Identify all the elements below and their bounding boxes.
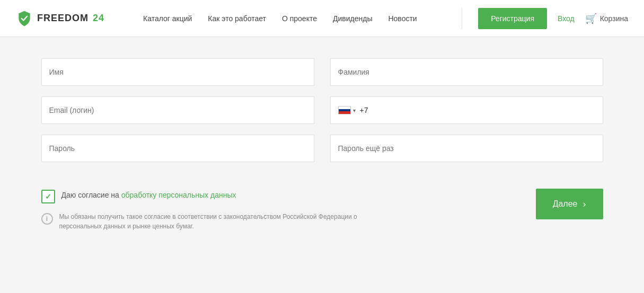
nav-item-catalog[interactable]: Каталог акций: [143, 14, 192, 23]
country-selector[interactable]: ▾: [338, 106, 356, 114]
header: FREEDOM 24 Каталог акций Как это работае…: [0, 0, 644, 37]
logo-text-24: 24: [93, 13, 104, 24]
arrow-right-icon: ›: [583, 199, 586, 210]
nav-item-dividends[interactable]: Дивиденды: [333, 14, 372, 23]
email-phone-row: ▾ +7: [41, 96, 603, 124]
consent-area: ✓ Даю согласие на обработку персональных…: [41, 173, 536, 231]
name-row: [41, 58, 603, 86]
header-actions: Регистрация Вход 🛒 Корзина: [462, 8, 628, 29]
flag-russia-icon: [338, 106, 351, 114]
cart-area[interactable]: 🛒 Корзина: [585, 13, 628, 24]
cart-icon: 🛒: [585, 13, 597, 24]
consent-link[interactable]: обработку персональных данных: [121, 191, 236, 199]
cart-label: Корзина: [600, 14, 628, 23]
info-text: Мы обязаны получить такое согласие в соо…: [59, 212, 377, 231]
bottom-row: ✓ Даю согласие на обработку персональных…: [41, 173, 603, 231]
password-row: [41, 135, 603, 162]
nav-item-how[interactable]: Как это работает: [208, 14, 266, 23]
consent-text-before: Даю согласие на: [61, 191, 121, 199]
next-button-label: Далее: [553, 199, 578, 209]
password-confirm-input[interactable]: [330, 135, 603, 162]
register-button[interactable]: Регистрация: [478, 8, 547, 29]
info-icon[interactable]: i: [41, 213, 53, 225]
email-input[interactable]: [41, 96, 314, 124]
registration-form: ▾ +7 ✓ Даю согласие на обработку персона…: [31, 58, 614, 231]
nav-item-news[interactable]: Новости: [388, 14, 417, 23]
next-button[interactable]: Далее ›: [536, 189, 603, 219]
consent-checkbox[interactable]: ✓: [41, 190, 55, 203]
phone-prefix: +7: [360, 106, 368, 114]
checkmark-icon: ✓: [45, 192, 51, 201]
chevron-down-icon: ▾: [353, 108, 356, 113]
info-section: i Мы обязаны получить такое согласие в с…: [41, 212, 536, 231]
logo-shield-icon: [16, 10, 33, 27]
logo-text-freedom: FREEDOM: [37, 13, 89, 24]
phone-input[interactable]: [372, 106, 595, 114]
consent-text: Даю согласие на обработку персональных д…: [61, 191, 236, 199]
last-name-input[interactable]: [330, 58, 603, 86]
first-name-input[interactable]: [41, 58, 314, 86]
main-nav: Каталог акций Как это работает О проекте…: [133, 14, 462, 23]
phone-wrapper: ▾ +7: [330, 96, 603, 124]
login-button[interactable]: Вход: [558, 14, 575, 23]
logo[interactable]: FREEDOM 24: [16, 10, 133, 27]
consent-section: ✓ Даю согласие на обработку персональных…: [41, 189, 536, 203]
nav-item-about[interactable]: О проекте: [282, 14, 317, 23]
password-input[interactable]: [41, 135, 314, 162]
